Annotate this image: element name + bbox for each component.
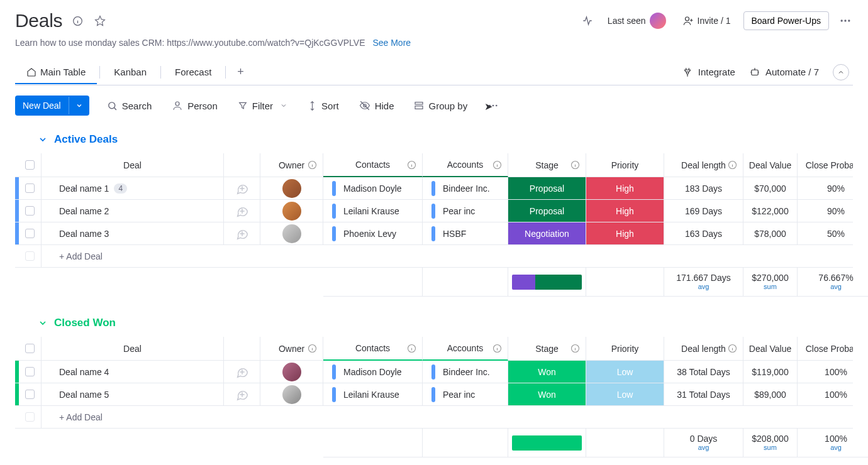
see-more-link[interactable]: See More [372,38,411,48]
stage-cell[interactable]: Won [508,361,586,383]
length-cell[interactable]: 169 Days [664,200,743,222]
chat-button[interactable] [224,177,260,200]
owner-cell[interactable] [260,361,323,383]
group-header[interactable]: Active Deals [15,129,853,153]
more-icon[interactable] [838,13,853,28]
powerups-button[interactable]: Board Power-Ups [743,11,830,30]
owner-cell[interactable] [260,383,323,406]
account-cell[interactable]: Bindeer Inc. [423,361,508,383]
sort-tool[interactable]: Sort [305,97,342,115]
stage-cell[interactable]: Proposal [508,200,586,222]
tab-forecast[interactable]: Forecast [164,60,223,84]
value-cell[interactable]: $119,000 [743,361,798,383]
account-cell[interactable]: HSBF [423,222,508,245]
add-deal-row[interactable]: + Add Deal [15,406,853,429]
prob-cell[interactable]: 100% [798,383,853,406]
owner-cell[interactable] [260,177,323,200]
length-cell[interactable]: 183 Days [664,177,743,200]
length-cell[interactable]: 163 Days [664,222,743,245]
length-cell[interactable]: 38 Total Days [664,361,743,383]
col-priority[interactable]: Priority [586,337,664,361]
contact-cell[interactable]: Madison Doyle [323,361,423,383]
deal-name-cell[interactable]: Deal name 3 [42,222,224,245]
contact-cell[interactable]: Phoenix Levy [323,222,423,245]
table-row[interactable]: Deal name 3 Phoenix Levy HSBF Negotiatio… [15,222,853,245]
group-header[interactable]: Closed Won [15,313,853,337]
filter-tool[interactable]: Filter [235,97,290,115]
chat-button[interactable] [224,361,260,383]
info-icon[interactable] [70,13,85,28]
length-cell[interactable]: 31 Total Days [664,383,743,406]
owner-cell[interactable] [260,200,323,222]
chat-button[interactable] [224,383,260,406]
select-all-checkbox[interactable] [25,344,35,353]
row-checkbox[interactable] [25,367,35,376]
col-stage[interactable]: Stage [508,153,586,177]
value-cell[interactable]: $122,000 [743,200,798,222]
invite-button[interactable]: Invite / 1 [679,13,735,29]
stage-cell[interactable]: Proposal [508,177,586,200]
chat-button[interactable] [224,222,260,245]
collapse-button[interactable] [833,64,849,80]
col-contacts[interactable]: Contacts [323,153,423,177]
col-length[interactable]: Deal length [664,337,743,361]
add-deal-row[interactable]: + Add Deal [15,245,853,268]
stage-cell[interactable]: Negotiation [508,222,586,245]
integrate-button[interactable]: Integrate [682,67,735,78]
search-tool[interactable]: Search [104,97,155,115]
last-seen[interactable]: Last seen [604,10,670,31]
value-cell[interactable]: $89,000 [743,383,798,406]
contact-cell[interactable]: Leilani Krause [323,200,423,222]
row-checkbox[interactable] [25,183,35,193]
col-prob[interactable]: Close Probab... [798,153,853,177]
value-cell[interactable]: $70,000 [743,177,798,200]
col-owner[interactable]: Owner [260,153,323,177]
value-cell[interactable]: $78,000 [743,222,798,245]
prob-cell[interactable]: 50% [798,222,853,245]
star-icon[interactable] [92,13,108,28]
account-cell[interactable]: Bindeer Inc. [423,177,508,200]
account-cell[interactable]: Pear inc [423,200,508,222]
col-priority[interactable]: Priority [586,153,664,177]
priority-cell[interactable]: Low [586,383,664,406]
priority-cell[interactable]: High [586,222,664,245]
tab-main-table[interactable]: Main Table [15,60,97,84]
prob-cell[interactable]: 100% [798,361,853,383]
row-checkbox[interactable] [25,229,35,238]
activity-icon[interactable] [580,13,595,28]
row-checkbox[interactable] [25,206,35,216]
automate-button[interactable]: Automate / 7 [749,67,819,78]
groupby-tool[interactable]: Group by [411,97,470,115]
account-cell[interactable]: Pear inc [423,383,508,406]
chevron-down-icon[interactable] [69,97,89,114]
prob-cell[interactable]: 90% [798,200,853,222]
col-value[interactable]: Deal Value [743,153,798,177]
table-row[interactable]: Deal name 5 Leilani Krause Pear inc Won … [15,383,853,406]
table-row[interactable]: Deal name 2 Leilani Krause Pear inc Prop… [15,200,853,222]
new-deal-button[interactable]: New Deal [15,96,89,116]
row-checkbox[interactable] [25,390,35,399]
priority-cell[interactable]: Low [586,361,664,383]
deal-name-cell[interactable]: Deal name 2 [42,200,224,222]
col-prob[interactable]: Close Probab... [798,337,853,361]
select-all-checkbox[interactable] [25,160,35,170]
deal-name-cell[interactable]: Deal name 4 [42,361,224,383]
chat-button[interactable] [224,200,260,222]
add-view-button[interactable]: + [228,59,253,85]
col-stage[interactable]: Stage [508,337,586,361]
col-deal[interactable]: Deal [42,153,224,177]
board-title[interactable]: Deals [15,10,62,31]
table-row[interactable]: Deal name 4 Madison Doyle Bindeer Inc. W… [15,361,853,383]
col-accounts[interactable]: Accounts [423,153,508,177]
col-contacts[interactable]: Contacts [323,337,423,361]
tab-kanban[interactable]: Kanban [103,60,158,84]
prob-cell[interactable]: 90% [798,177,853,200]
col-length[interactable]: Deal length [664,153,743,177]
priority-cell[interactable]: High [586,177,664,200]
stage-cell[interactable]: Won [508,383,586,406]
owner-cell[interactable] [260,222,323,245]
col-deal[interactable]: Deal [42,337,224,361]
col-value[interactable]: Deal Value [743,337,798,361]
expand-icon[interactable] [70,185,78,192]
table-row[interactable]: Deal name 14 Madison Doyle Bindeer Inc. … [15,177,853,200]
